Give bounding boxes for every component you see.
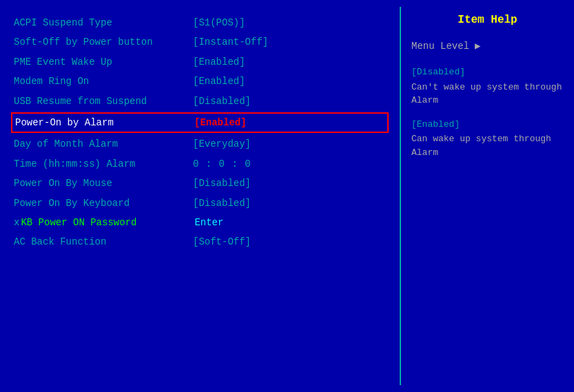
row-day-alarm: Day of Month Alarm [Everyday] xyxy=(14,135,386,153)
menu-level-label: Menu Level xyxy=(411,41,469,52)
label-acpi: ACPI Suspend Type xyxy=(14,15,193,30)
enabled-tag: [Enabled] xyxy=(411,118,564,132)
disabled-tag: [Disabled] xyxy=(411,65,564,79)
value-usb: [Disabled] xyxy=(193,94,251,109)
enabled-text: Can wake up system through Alarm xyxy=(411,134,551,158)
right-panel: Item Help Menu Level ▶ [Disabled] Can't … xyxy=(400,7,574,385)
label-usb: USB Resume from Suspend xyxy=(14,94,193,109)
value-ac-back: [Soft-Off] xyxy=(193,234,251,249)
menu-level-row: Menu Level ▶ xyxy=(411,40,564,52)
value-pme: [Enabled] xyxy=(193,54,245,70)
value-poweron-alarm: [Enabled] xyxy=(194,115,247,130)
row-modem: Modem Ring On [Enabled] xyxy=(14,72,386,90)
value-time-alarm: 0 : 0 : 0 xyxy=(193,156,252,172)
row-power-keyboard: Power On By Keyboard [Disabled] xyxy=(14,194,386,212)
label-pme: PME Event Wake Up xyxy=(14,54,193,70)
value-softoff: [Instant-Off] xyxy=(193,34,268,50)
row-kb-password[interactable]: x KB Power ON Password Enter xyxy=(14,214,386,231)
label-day-alarm: Day of Month Alarm xyxy=(14,136,193,152)
disabled-text: Can't wake up system through Alarm xyxy=(411,82,562,106)
value-power-mouse: [Disabled] xyxy=(193,176,251,191)
row-pme: PME Event Wake Up [Enabled] xyxy=(14,53,386,71)
row-time-alarm: Time (hh:mm:ss) Alarm 0 : 0 : 0 xyxy=(14,155,386,173)
bios-screen: ACPI Suspend Type [S1(POS)] Soft-Off by … xyxy=(0,0,574,392)
label-power-keyboard: Power On By Keyboard xyxy=(14,196,193,211)
disabled-help-section: [Disabled] Can't wake up system through … xyxy=(411,65,564,107)
value-kb-password: Enter xyxy=(194,215,223,230)
value-modem: [Enabled] xyxy=(193,74,245,89)
value-day-alarm: [Everyday] xyxy=(193,136,251,152)
main-content: ACPI Suspend Type [S1(POS)] Soft-Off by … xyxy=(0,0,574,392)
row-usb: USB Resume from Suspend [Disabled] xyxy=(14,92,386,110)
row-acpi: ACPI Suspend Type [S1(POS)] xyxy=(14,14,386,32)
item-help-title: Item Help xyxy=(411,14,564,26)
left-panel: ACPI Suspend Type [S1(POS)] Soft-Off by … xyxy=(0,7,400,385)
label-power-mouse: Power On By Mouse xyxy=(14,176,193,191)
value-acpi: [S1(POS)] xyxy=(193,15,245,30)
row-softoff: Soft-Off by Power button [Instant-Off] xyxy=(14,33,386,51)
label-ac-back: AC Back Function xyxy=(14,234,193,249)
row-power-mouse: Power On By Mouse [Disabled] xyxy=(14,174,386,192)
label-modem: Modem Ring On xyxy=(14,74,193,89)
label-time-alarm: Time (hh:mm:ss) Alarm xyxy=(14,156,193,172)
row-poweron-alarm[interactable]: Power-On by Alarm [Enabled] xyxy=(11,112,389,133)
x-prefix: x xyxy=(14,215,19,230)
enabled-help-section: [Enabled] Can wake up system through Ala… xyxy=(411,118,564,160)
label-poweron-alarm: Power-On by Alarm xyxy=(15,115,194,130)
value-power-keyboard: [Disabled] xyxy=(193,196,251,211)
menu-level-arrow: ▶ xyxy=(475,40,480,52)
label-softoff: Soft-Off by Power button xyxy=(14,34,193,50)
row-ac-back: AC Back Function [Soft-Off] xyxy=(14,233,386,251)
label-kb-password: KB Power ON Password xyxy=(21,215,194,230)
